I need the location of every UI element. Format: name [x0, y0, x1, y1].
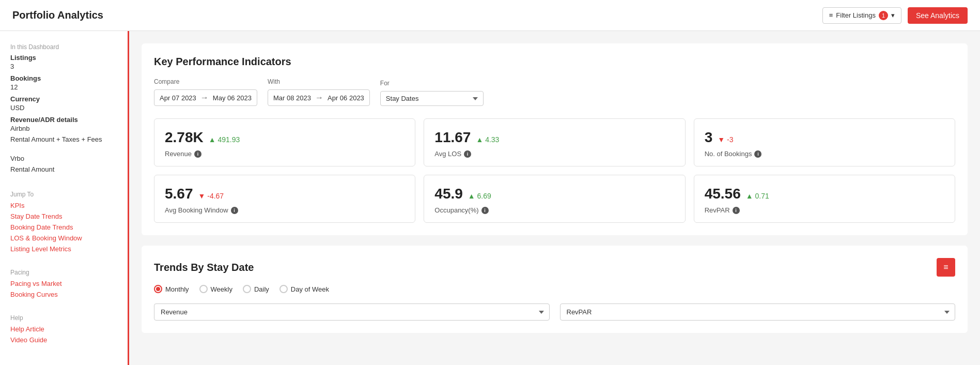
radio-day-of-week[interactable]: Day of Week [279, 285, 329, 293]
kpi-card-avg-booking-window: 5.67 ▼ -4.67 Avg Booking Window i [154, 175, 415, 223]
with-start-date: Mar 08 2023 [273, 94, 311, 102]
kpi-card-top-bookings: 3 ▼ -3 [705, 129, 944, 146]
radio-circle-weekly [199, 285, 208, 293]
info-icon-occupancy[interactable]: i [481, 207, 489, 214]
kpi-label-text-occupancy: Occupancy(%) [434, 206, 478, 214]
radio-label-monthly: Monthly [165, 285, 189, 293]
filter-count-badge: 1 [879, 11, 888, 20]
kpi-label-text-avg-booking-window: Avg Booking Window [165, 206, 228, 214]
kpi-label-revenue: Revenue i [165, 150, 405, 158]
for-select[interactable]: Stay Dates Booking Dates [380, 91, 484, 106]
chevron-down-icon: ▾ [891, 11, 895, 19]
trends-filter-button[interactable]: ≡ [937, 258, 955, 277]
filter-icon: ≡ [829, 11, 833, 19]
kpi-label-avg-booking-window: Avg Booking Window i [165, 206, 405, 214]
radio-label-weekly: Weekly [211, 285, 232, 293]
main-content: Key Performance Indicators Compare Apr 0… [129, 31, 980, 365]
radio-label-day-of-week: Day of Week [291, 285, 329, 293]
filter-lines-icon: ≡ [943, 263, 948, 272]
compare-row: Compare Apr 07 2023 → May 06 2023 With M… [154, 78, 955, 106]
info-icon-bookings[interactable]: i [754, 150, 761, 158]
kpi-label-bookings: No. of Bookings i [705, 150, 944, 158]
sidebar-item-los-booking-window[interactable]: LOS & Booking Window [0, 233, 128, 244]
sidebar-item-listing-level-metrics[interactable]: Listing Level Metrics [0, 244, 128, 254]
kpi-value-avg-booking-window: 5.67 [165, 186, 193, 202]
sidebar-item-pacing-vs-market[interactable]: Pacing vs Market [0, 278, 128, 289]
with-label: With [268, 78, 370, 85]
info-icon-avg-booking-window[interactable]: i [231, 207, 238, 214]
kpi-label-revpar: RevPAR i [705, 206, 944, 214]
kpi-grid: 2.78K ▲ 491.93 Revenue i 11.67 ▲ 4.33 [154, 118, 955, 223]
compare-end-date: May 06 2023 [213, 94, 252, 102]
kpi-label-occupancy: Occupancy(%) i [434, 206, 674, 214]
arrow-icon-2: → [315, 93, 323, 102]
kpi-card-top-revpar: 45.56 ▲ 0.71 [705, 186, 944, 202]
page-title: Portfolio Analytics [12, 9, 103, 21]
kpi-value-bookings: 3 [705, 129, 713, 146]
sidebar-bookings-label: Bookings [0, 73, 128, 83]
kpi-value-occupancy: 45.9 [434, 186, 463, 202]
filter-listings-button[interactable]: ≡ Filter Listings 1 ▾ [822, 7, 901, 24]
see-analytics-button[interactable]: See Analytics [908, 7, 968, 24]
kpi-change-revenue: ▲ 491.93 [209, 135, 240, 144]
info-icon-revenue[interactable]: i [194, 150, 201, 158]
kpi-card-revenue: 2.78K ▲ 491.93 Revenue i [154, 118, 415, 166]
info-icon-avg-los[interactable]: i [464, 150, 471, 158]
radio-group: Monthly Weekly Daily Day of Week [154, 285, 955, 293]
kpi-card-bookings: 3 ▼ -3 No. of Bookings i [694, 118, 955, 166]
filter-listings-label: Filter Listings [836, 11, 876, 19]
kpi-card-revpar: 45.56 ▲ 0.71 RevPAR i [694, 175, 955, 223]
compare-date-range[interactable]: Apr 07 2023 → May 06 2023 [154, 89, 257, 106]
kpi-label-text-revenue: Revenue [165, 150, 192, 158]
sidebar-item-booking-curves[interactable]: Booking Curves [0, 289, 128, 300]
sidebar-item-stay-date-trends[interactable]: Stay Date Trends [0, 211, 128, 222]
kpi-label-avg-los: Avg LOS i [434, 150, 674, 158]
sidebar-listings-label: Listings [0, 53, 128, 63]
sidebar-item-video-guide[interactable]: Video Guide [0, 334, 128, 345]
compare-group: Compare Apr 07 2023 → May 06 2023 [154, 78, 257, 106]
kpi-card-top-los: 11.67 ▲ 4.33 [434, 129, 674, 146]
sidebar-jump-to-label: Jump To [0, 187, 128, 200]
kpi-card-top: 2.78K ▲ 491.93 [165, 129, 405, 146]
kpi-card-avg-los: 11.67 ▲ 4.33 Avg LOS i [424, 118, 685, 166]
arrow-icon: → [200, 93, 209, 102]
sidebar-vrbo-label: Vrbo [0, 155, 128, 165]
sidebar-bookings-value: 12 [0, 83, 128, 94]
kpi-change-bookings: ▼ -3 [718, 135, 733, 144]
kpi-value-avg-los: 11.67 [434, 129, 471, 146]
radio-circle-monthly [154, 285, 162, 293]
radio-monthly[interactable]: Monthly [154, 285, 189, 293]
sidebar-item-booking-date-trends[interactable]: Booking Date Trends [0, 222, 128, 233]
compare-start-date: Apr 07 2023 [160, 94, 196, 102]
kpi-label-text-bookings: No. of Bookings [705, 150, 752, 158]
radio-daily[interactable]: Daily [243, 285, 269, 293]
kpi-change-occupancy: ▲ 6.69 [468, 192, 491, 200]
metric-1-select[interactable]: Revenue Avg LOS No. of Bookings Avg Book… [154, 303, 550, 321]
compare-label: Compare [154, 78, 257, 85]
sidebar-item-kpis[interactable]: KPIs [0, 200, 128, 211]
radio-label-daily: Daily [254, 285, 269, 293]
kpi-change-avg-booking-window: ▼ -4.67 [198, 192, 224, 200]
kpi-card-top-booking-window: 5.67 ▼ -4.67 [165, 186, 405, 202]
radio-weekly[interactable]: Weekly [199, 285, 232, 293]
sidebar-pacing-label: Pacing [0, 265, 128, 278]
sidebar-item-help-article[interactable]: Help Article [0, 324, 128, 334]
radio-circle-daily [243, 285, 251, 293]
kpi-card-occupancy: 45.9 ▲ 6.69 Occupancy(%) i [424, 175, 685, 223]
sidebar: In this Dashboard Listings 3 Bookings 12… [0, 31, 129, 365]
header: Portfolio Analytics ≡ Filter Listings 1 … [0, 0, 980, 31]
for-label: For [380, 80, 484, 87]
metric-2-select[interactable]: RevPAR Revenue Avg LOS No. of Bookings A… [560, 303, 956, 321]
sidebar-currency-value: USD [0, 104, 128, 115]
with-date-range[interactable]: Mar 08 2023 → Apr 06 2023 [268, 89, 370, 106]
sidebar-revenue-adr-label: Revenue/ADR details [0, 115, 128, 125]
with-end-date: Apr 06 2023 [328, 94, 364, 102]
trends-section-title: Trends By Stay Date [154, 262, 254, 273]
kpi-section: Key Performance Indicators Compare Apr 0… [142, 43, 968, 235]
trends-section: Trends By Stay Date ≡ Monthly Weekly Dai… [142, 246, 968, 333]
info-icon-revpar[interactable]: i [733, 207, 740, 214]
kpi-change-revpar: ▲ 0.71 [746, 192, 769, 200]
kpi-card-top-occupancy: 45.9 ▲ 6.69 [434, 186, 674, 202]
radio-circle-day-of-week [279, 285, 288, 293]
kpi-change-avg-los: ▲ 4.33 [476, 135, 499, 144]
